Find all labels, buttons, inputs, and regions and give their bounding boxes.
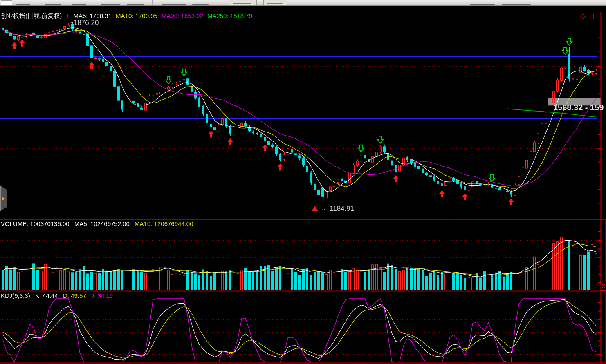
volume-value: VOLUME: 100370136.00	[1, 220, 70, 227]
split-window-icon[interactable]: ◫	[590, 12, 598, 20]
menu-separator	[214, 0, 214, 5]
menu-quote-box[interactable]	[263, 0, 287, 5]
kdj-d-value: D: 49.57	[63, 292, 86, 299]
menu-stub	[72, 4, 86, 5]
menu-stub	[502, 4, 531, 5]
annotation-low: ←1184.91	[323, 205, 354, 213]
menu-stub	[470, 4, 495, 5]
annotation-high: ~1876.20	[70, 19, 99, 27]
kdj-header-row: KDJ(9,3,3) K: 44.44 D: 49.57 J: 34.19	[1, 292, 116, 299]
menu-stub	[162, 4, 186, 5]
ma10-value: MA10: 1700.95	[116, 12, 157, 19]
up-arrow-icon: ↑	[66, 12, 69, 19]
kdj-k-value: K: 44.44	[35, 292, 58, 299]
menu-separator	[36, 0, 36, 5]
menu-stub	[101, 4, 120, 5]
annotation-range-band: 1568.32 - 159	[553, 103, 606, 112]
chart-title-row: 创业板指(日线.前复权) ↑ MA5: 1700.31 MA10: 1700.9…	[1, 12, 255, 20]
volume-ma10-value: MA10: 120676944.00	[135, 220, 193, 227]
menu-icon[interactable]	[1, 0, 12, 5]
volume-ma5-value: MA5: 102469752.00	[74, 220, 130, 227]
pane-corner-controls: ◇ ◫	[580, 12, 598, 20]
menu-separator	[152, 0, 153, 5]
menu-stub	[45, 4, 61, 5]
panel-expand-tab[interactable]: ▶	[0, 185, 7, 211]
menu-bar[interactable]	[0, 0, 606, 6]
kdj-label: KDJ(9,3,3)	[1, 292, 30, 299]
menu-stub	[127, 4, 144, 5]
close-icon: X	[602, 284, 605, 289]
menu-separator	[92, 0, 92, 5]
ma5-value: MA5: 1700.31	[74, 12, 112, 19]
menu-quote-box[interactable]	[229, 0, 257, 5]
flyout-arrow-icon: ▶	[2, 196, 5, 201]
kdj-j-value: J: 34.19	[91, 292, 113, 299]
ma20-value: MA20: 1653.02	[162, 12, 203, 19]
menu-stub	[16, 4, 30, 5]
ma250-value: MA250: 1518.79	[207, 12, 252, 19]
menu-stub	[192, 4, 209, 5]
diamond-icon[interactable]: ◇	[580, 12, 587, 20]
volume-header-row: VOLUME: 100370136.00 MA5: 102469752.00 M…	[1, 220, 197, 227]
close-indicator-button[interactable]: X	[601, 282, 606, 291]
symbol-title: 创业板指(日线.前复权)	[1, 12, 62, 19]
app-window: 创业板指(日线.前复权) ↑ MA5: 1700.31 MA10: 1700.9…	[0, 0, 606, 364]
chart-canvas[interactable]	[0, 0, 606, 364]
